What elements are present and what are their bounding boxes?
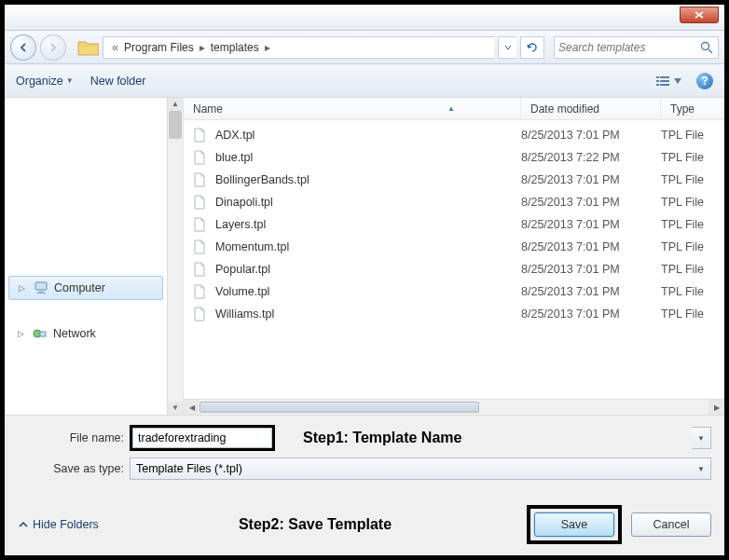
breadcrumb-segment[interactable]: templates [208, 41, 262, 54]
save-highlight: Save [527, 505, 622, 544]
search-icon [699, 40, 714, 55]
scroll-up-icon[interactable]: ▲ [168, 98, 183, 111]
file-icon [193, 239, 206, 254]
scroll-left-icon[interactable]: ◀ [184, 400, 199, 415]
file-row[interactable]: blue.tpl8/25/2013 7:22 PMTPL File [184, 146, 724, 169]
nav-back-button[interactable] [10, 34, 36, 61]
file-date: 8/25/2013 7:01 PM [521, 129, 661, 142]
file-row[interactable]: Volume.tpl8/25/2013 7:01 PMTPL File [184, 280, 724, 303]
breadcrumb-dropdown[interactable] [498, 36, 516, 59]
file-icon [193, 150, 206, 165]
file-row[interactable]: Layers.tpl8/25/2013 7:01 PMTPL File [184, 213, 724, 236]
file-type: TPL File [661, 240, 724, 253]
bottom-panel: File name: Step1: Template Name ▼ Save a… [5, 415, 724, 555]
file-name: Layers.tpl [215, 218, 521, 231]
column-date[interactable]: Date modified [521, 98, 661, 119]
breadcrumb-segment[interactable]: Program Files [121, 41, 197, 54]
svg-rect-1 [656, 76, 659, 78]
file-icon [193, 284, 206, 299]
help-button[interactable]: ? [696, 73, 713, 89]
column-date-label: Date modified [530, 102, 599, 116]
column-type[interactable]: Type [661, 98, 724, 119]
refresh-button[interactable] [520, 36, 544, 59]
titlebar [5, 5, 724, 31]
chevron-right-icon: ▸ [197, 41, 208, 54]
save-button[interactable]: Save [534, 512, 614, 537]
svg-rect-8 [38, 291, 44, 293]
file-name: blue.tpl [215, 151, 521, 164]
file-name-input[interactable] [132, 428, 272, 448]
svg-rect-6 [660, 84, 669, 86]
organize-menu[interactable]: Organize ▼ [16, 75, 74, 88]
file-row[interactable]: Momentum.tpl8/25/2013 7:01 PMTPL File [184, 236, 724, 258]
file-name: Williams.tpl [215, 307, 521, 321]
horizontal-scrollbar[interactable]: ◀ ▶ [184, 399, 724, 415]
save-type-value: Template Files (*.tpl) [136, 462, 242, 475]
file-name: Volume.tpl [215, 285, 521, 298]
file-name-label: File name: [18, 431, 130, 444]
file-icon [193, 195, 206, 210]
sidebar-scrollbar[interactable]: ▲ ▼ [167, 98, 183, 415]
svg-rect-5 [656, 84, 659, 86]
filename-history-dropdown[interactable]: ▼ [692, 427, 711, 449]
toolbar: Organize ▼ New folder ? [5, 64, 724, 98]
file-name: Momentum.tpl [215, 240, 521, 253]
file-date: 8/25/2013 7:01 PM [521, 285, 661, 298]
filename-highlight [130, 425, 275, 451]
search-input[interactable] [558, 41, 699, 54]
file-icon [193, 217, 206, 232]
file-icon [193, 262, 206, 277]
chevron-up-icon [18, 519, 29, 530]
file-date: 8/25/2013 7:01 PM [521, 307, 661, 321]
column-name[interactable]: Name ▲ [184, 98, 521, 119]
file-row[interactable]: Williams.tpl8/25/2013 7:01 PMTPL File [184, 303, 724, 325]
cancel-button[interactable]: Cancel [631, 512, 711, 537]
new-folder-button[interactable]: New folder [90, 75, 146, 88]
file-date: 8/25/2013 7:01 PM [521, 218, 661, 231]
file-pane: Name ▲ Date modified Type ADX.tpl8/25/20… [184, 98, 724, 415]
network-icon [33, 326, 48, 341]
scroll-down-icon[interactable]: ▼ [168, 402, 183, 415]
svg-rect-4 [660, 80, 669, 82]
file-icon [193, 172, 206, 187]
computer-icon [34, 280, 48, 295]
chevron-right-icon: ▸ [262, 41, 273, 54]
file-date: 8/25/2013 7:01 PM [521, 196, 661, 209]
step2-annotation: Step2: Save Template [239, 516, 392, 533]
svg-rect-3 [656, 80, 659, 82]
tree-item-label: Computer [54, 281, 105, 294]
file-name: BollingerBands.tpl [215, 173, 521, 186]
organize-label: Organize [16, 75, 63, 88]
view-options-button[interactable] [653, 72, 683, 90]
save-type-combo[interactable]: Template Files (*.tpl) ▼ [130, 458, 711, 480]
view-icon [655, 75, 681, 88]
scroll-right-icon[interactable]: ▶ [708, 400, 724, 415]
hide-folders-toggle[interactable]: Hide Folders [18, 518, 99, 531]
nav-forward-button[interactable] [40, 34, 66, 61]
refresh-icon [526, 41, 539, 54]
file-type: TPL File [661, 285, 724, 298]
file-row[interactable]: ADX.tpl8/25/2013 7:01 PMTPL File [184, 124, 724, 146]
file-icon [193, 307, 206, 321]
scroll-thumb[interactable] [199, 402, 479, 413]
tree-expand-icon: ▷ [19, 283, 28, 293]
file-row[interactable]: BollingerBands.tpl8/25/2013 7:01 PMTPL F… [184, 169, 724, 191]
hide-folders-label: Hide Folders [33, 518, 99, 531]
close-button[interactable] [680, 7, 719, 23]
chevron-down-icon: ▼ [66, 76, 74, 85]
tree-item-computer[interactable]: ▷ Computer [8, 276, 163, 300]
file-row[interactable]: Popular.tpl8/25/2013 7:01 PMTPL File [184, 258, 724, 280]
svg-rect-9 [36, 293, 46, 294]
search-box[interactable] [554, 36, 719, 59]
file-type: TPL File [661, 129, 724, 142]
nav-tree: ▷ Computer ▷ Network [5, 98, 167, 415]
column-name-label: Name [193, 102, 223, 116]
file-type: TPL File [661, 151, 724, 164]
file-row[interactable]: Dinapoli.tpl8/25/2013 7:01 PMTPL File [184, 191, 724, 213]
file-name: Popular.tpl [215, 263, 521, 276]
breadcrumb[interactable]: « Program Files ▸ templates ▸ [103, 36, 494, 59]
scroll-thumb[interactable] [169, 111, 182, 139]
sidebar: ▷ Computer ▷ Network [5, 98, 184, 415]
chevron-down-icon: ▼ [697, 465, 705, 473]
tree-item-network[interactable]: ▷ Network [5, 322, 167, 345]
